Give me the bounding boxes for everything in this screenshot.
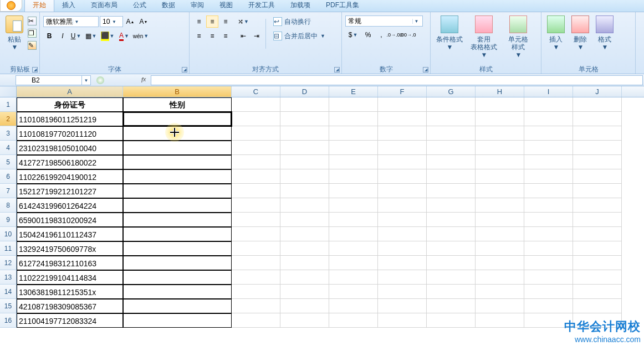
percent-icon[interactable]: % [362,29,374,41]
cell[interactable] [280,112,329,126]
row-header[interactable]: 3 [0,126,17,141]
phonetic-button[interactable]: wén▼ [133,30,149,42]
cell[interactable] [573,126,622,141]
cell[interactable] [427,97,476,112]
cell[interactable] [329,97,378,112]
font-name-combo[interactable]: 微软雅黑▼ [43,16,99,27]
bold-button[interactable]: B [43,30,55,42]
cell[interactable] [476,141,524,155]
cell[interactable] [123,141,232,155]
row-header[interactable]: 1 [0,97,17,112]
row-header[interactable]: 12 [0,256,17,270]
cell[interactable] [123,155,232,169]
italic-button[interactable]: I [57,30,69,42]
col-header-E[interactable]: E [329,86,378,97]
row-header[interactable]: 5 [0,155,17,169]
fx-icon[interactable]: fx [137,76,150,84]
orientation-icon[interactable]: ⤭▼ [237,16,249,28]
cell[interactable]: 412727198506180022 [17,155,123,169]
row-header[interactable]: 2 [0,112,17,126]
cell[interactable]: 231023198105010040 [17,141,123,155]
align-top-icon[interactable]: ≡ [193,16,205,28]
cell[interactable] [280,97,329,112]
cell[interactable] [232,112,280,126]
worksheet-grid[interactable]: A B C D E F G H I J 1身份证号性别2110108196011… [0,86,644,328]
tab-pdf[interactable]: PDF工具集 [318,0,367,12]
cell[interactable] [524,270,573,285]
cell[interactable] [232,285,280,299]
cell[interactable] [329,256,378,270]
paste-button[interactable]: 粘贴 ▼ [2,13,27,51]
cell[interactable] [378,141,427,155]
cell[interactable] [427,213,476,227]
copy-icon[interactable]: ❐ [28,29,37,38]
row-header[interactable]: 6 [0,169,17,184]
cell[interactable] [280,169,329,184]
font-dialog-icon[interactable]: ◢ [182,67,187,73]
fill-color-button[interactable]: ⬛▼ [100,30,115,42]
comma-icon[interactable]: , [375,29,387,41]
cell-styles-button[interactable]: 单元格 样式▼ [502,13,535,59]
number-format-combo[interactable]: 常规▼ [345,16,423,27]
cell[interactable] [280,198,329,213]
border-button[interactable]: ▦▼ [83,30,99,42]
tab-formulas[interactable]: 公式 [125,0,154,12]
cell[interactable] [573,285,622,299]
cell[interactable] [427,285,476,299]
cut-icon[interactable]: ✂ [28,17,37,25]
decrease-indent-icon[interactable]: ⇤ [237,30,249,42]
cell[interactable] [573,141,622,155]
cell[interactable] [524,169,573,184]
cell[interactable] [280,313,329,328]
cell[interactable] [573,97,622,112]
cell[interactable] [524,285,573,299]
tab-view[interactable]: 视图 [212,0,241,12]
row-header[interactable]: 14 [0,285,17,299]
cell[interactable] [476,126,524,141]
cell[interactable] [427,169,476,184]
cell[interactable] [329,141,378,155]
tab-layout[interactable]: 页面布局 [83,0,125,12]
cell[interactable] [232,256,280,270]
cell[interactable] [476,184,524,198]
delete-cells-button[interactable]: 删除▼ [568,13,592,51]
cell[interactable] [329,270,378,285]
cell[interactable] [573,184,622,198]
cell[interactable] [232,126,280,141]
cell[interactable] [573,270,622,285]
row-header[interactable]: 13 [0,270,17,285]
cell[interactable] [476,155,524,169]
row-header[interactable]: 7 [0,184,17,198]
cell[interactable] [232,97,280,112]
cell[interactable] [329,112,378,126]
cell[interactable]: 110222199104114834 [17,270,123,285]
cell[interactable] [232,198,280,213]
cell[interactable] [476,241,524,256]
cell[interactable] [427,313,476,328]
cell[interactable]: 13063819811215351x [17,285,123,299]
clipboard-dialog-icon[interactable]: ◢ [32,67,38,73]
tab-home[interactable]: 开始 [24,0,54,12]
cell[interactable] [280,270,329,285]
cell[interactable] [329,227,378,241]
row-header[interactable]: 4 [0,141,17,155]
cell[interactable] [123,213,232,227]
cell[interactable]: 614243199601264224 [17,198,123,213]
cell[interactable] [573,256,622,270]
underline-button[interactable]: U▼ [70,30,82,42]
font-color-button[interactable]: A▼ [116,30,132,42]
cell[interactable]: 110108196011251219 [17,112,123,126]
currency-icon[interactable]: $▼ [345,29,361,41]
tab-insert[interactable]: 插入 [54,0,83,12]
col-header-F[interactable]: F [378,86,427,97]
cell[interactable] [329,169,378,184]
cell[interactable] [573,241,622,256]
increase-indent-icon[interactable]: ⇥ [251,30,263,42]
cell[interactable]: 性别 [123,97,232,112]
row-header[interactable]: 10 [0,227,17,241]
cell[interactable] [232,241,280,256]
cell[interactable] [123,241,232,256]
cell[interactable] [232,184,280,198]
wrap-text-button[interactable]: ↩自动换行 [270,16,328,28]
cell[interactable]: 659001198310200924 [17,213,123,227]
